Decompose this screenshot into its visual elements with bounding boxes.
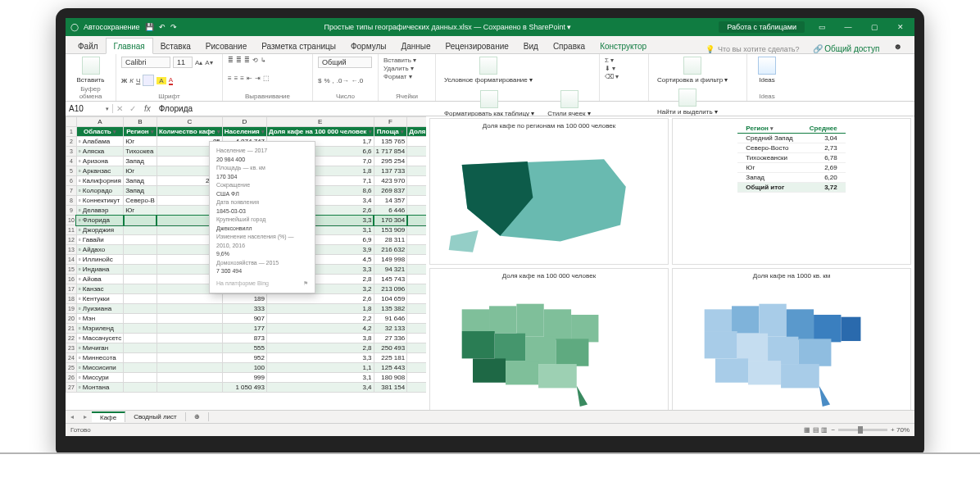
- fx-icon[interactable]: fx: [139, 104, 156, 113]
- view-layout-icon[interactable]: ▤: [813, 426, 819, 434]
- dec-decimal-icon[interactable]: ←.0: [351, 77, 363, 84]
- orientation-icon[interactable]: ⟲: [252, 57, 258, 64]
- format-cells-button[interactable]: Формат ▾: [383, 73, 430, 80]
- table-header-cell[interactable]: Доля кафе на 100 000 человек ▾: [266, 127, 374, 137]
- tab-draw[interactable]: Рисование: [198, 39, 254, 53]
- wrap-text-icon[interactable]: ↳: [261, 57, 266, 64]
- table-header-cell[interactable]: Площа ▾: [374, 127, 407, 137]
- pivot-row[interactable]: Тихоокеански6,78: [737, 153, 845, 163]
- zoom-slider[interactable]: [838, 429, 887, 431]
- pivot-row[interactable]: Северо-Восто2,73: [737, 143, 845, 153]
- tab-help[interactable]: Справка: [546, 39, 592, 53]
- tab-design[interactable]: Конструктор: [592, 39, 654, 53]
- decrease-font-icon[interactable]: A▾: [205, 59, 212, 66]
- table-row[interactable]: 23▫ Мичиган5552,8250 4931,13: [66, 343, 427, 353]
- ribbon-options-icon[interactable]: ▭: [813, 23, 831, 31]
- pivot-row[interactable]: Запад6,20: [737, 173, 845, 183]
- inc-decimal-icon[interactable]: .0→: [337, 77, 349, 84]
- save-icon[interactable]: 💾: [145, 23, 154, 31]
- table-row[interactable]: 18▫ Кентукки1892,6104 6591,11: [66, 294, 427, 304]
- sheet-nav-next-icon[interactable]: ▸: [79, 413, 92, 420]
- table-row[interactable]: 22▫ Массачусетс8733,827 3369,55: [66, 334, 427, 343]
- align-right-icon[interactable]: ≡: [240, 75, 244, 82]
- sheet-tab-cafe[interactable]: Кафе: [92, 411, 125, 422]
- redo-icon[interactable]: ↷: [170, 23, 177, 31]
- table-header-cell[interactable]: Населения ▾: [222, 127, 266, 137]
- comments-icon[interactable]: ☻: [886, 39, 910, 53]
- pivot-row[interactable]: Средний Запад3,04: [737, 134, 845, 143]
- sheet-nav-prev-icon[interactable]: ◂: [66, 413, 79, 420]
- percent-icon[interactable]: %: [324, 77, 329, 84]
- tab-home[interactable]: Главная: [106, 38, 153, 54]
- table-header-cell[interactable]: Область ▾: [76, 127, 123, 137]
- tab-pagelayout[interactable]: Разметка страницы: [254, 39, 343, 53]
- bold-button[interactable]: Ж: [121, 77, 127, 84]
- col-header[interactable]: A: [76, 117, 123, 127]
- underline-button[interactable]: Ч: [136, 77, 140, 84]
- chart-map-per-100k[interactable]: Доля кафе на 100 000 человек: [429, 268, 669, 410]
- tell-me-search[interactable]: 💡Что вы хотите сделать?: [699, 45, 806, 53]
- name-box[interactable]: A10▾: [66, 104, 113, 113]
- table-row[interactable]: 19▫ Луизиана3331,8135 3820,62: [66, 304, 427, 314]
- enter-formula-icon[interactable]: ✓: [126, 104, 139, 113]
- italic-button[interactable]: К: [129, 77, 134, 84]
- clear-icon[interactable]: ⌫ ▾: [605, 73, 619, 80]
- indent-dec-icon[interactable]: ⇤: [247, 75, 252, 82]
- table-header-cell[interactable]: Количество кафе ▾: [157, 127, 222, 137]
- table-header-cell[interactable]: Регион ▾: [124, 127, 157, 137]
- context-tab-tabletools[interactable]: Работа с таблицами: [719, 21, 805, 33]
- font-name-select[interactable]: Calibri: [121, 57, 170, 68]
- zoom-out-button[interactable]: −: [831, 426, 835, 434]
- col-header[interactable]: D: [222, 117, 266, 127]
- sort-filter-button[interactable]: Сортировка и фильтр ▾: [654, 57, 731, 84]
- indent-inc-icon[interactable]: ⇥: [255, 75, 261, 82]
- view-normal-icon[interactable]: ▦: [804, 426, 810, 434]
- fill-color-icon[interactable]: A: [157, 77, 166, 84]
- col-header[interactable]: G: [407, 117, 426, 127]
- currency-icon[interactable]: $: [318, 77, 321, 84]
- align-top-icon[interactable]: ≣: [228, 57, 234, 64]
- align-center-icon[interactable]: ≡: [234, 75, 238, 82]
- table-row[interactable]: 26▫ Миссури9993,1180 9081,04: [66, 373, 427, 383]
- border-icon[interactable]: [143, 75, 154, 86]
- sheet-tab-pivot[interactable]: Сводный лист: [125, 412, 186, 421]
- font-size-select[interactable]: 11: [173, 57, 193, 68]
- comma-icon[interactable]: ,: [333, 77, 334, 84]
- insert-cells-button[interactable]: Вставить ▾: [383, 57, 430, 64]
- ideas-button[interactable]: Ideas: [752, 57, 782, 84]
- pivot-row[interactable]: Юг2,69: [737, 163, 845, 173]
- formula-input[interactable]: Флорида: [156, 104, 914, 113]
- table-row[interactable]: 25▫ Миссисипи1001,1125 4430,26: [66, 363, 427, 373]
- view-pagebreak-icon[interactable]: ▥: [821, 426, 828, 434]
- increase-font-icon[interactable]: A▴: [195, 59, 202, 66]
- col-header[interactable]: F: [374, 117, 407, 127]
- table-row[interactable]: 24▫ Миннесота9523,3225 1810,82: [66, 353, 427, 363]
- conditional-formatting-button[interactable]: Условное форматирование ▾: [441, 57, 536, 84]
- minimize-icon[interactable]: —: [839, 23, 857, 31]
- maximize-icon[interactable]: ▢: [865, 23, 883, 31]
- autosum-icon[interactable]: Σ ▾: [605, 57, 614, 64]
- chart-map-per-1000km[interactable]: Доля кафе на 1000 кв. км: [672, 268, 911, 410]
- col-header[interactable]: E: [266, 117, 374, 127]
- close-icon[interactable]: ✕: [892, 23, 910, 31]
- new-sheet-button[interactable]: ⊕: [186, 412, 209, 421]
- table-header-cell[interactable]: Доля кафе на 1000 кв. км ▾: [407, 127, 426, 137]
- table-row[interactable]: 20▫ Мэн9072,291 6460,33: [66, 314, 427, 324]
- flag-icon[interactable]: ⚑: [303, 280, 308, 289]
- tab-view[interactable]: Вид: [516, 39, 546, 53]
- table-row[interactable]: 27▫ Монтана1 050 4933,4381 1540,09: [66, 383, 427, 393]
- cancel-formula-icon[interactable]: ✕: [113, 104, 126, 113]
- font-color-icon[interactable]: A: [169, 76, 173, 85]
- table-row[interactable]: 21▫ Мэриленд1774,232 1338,00: [66, 324, 427, 334]
- autosave-toggle[interactable]: ◯: [70, 23, 79, 31]
- col-header[interactable]: B: [124, 117, 157, 127]
- delete-cells-button[interactable]: Удалить ▾: [383, 65, 430, 72]
- chart-map-regions[interactable]: Доля кафе по регионам на 100 000 человек: [429, 118, 669, 265]
- tab-file[interactable]: Файл: [70, 39, 106, 53]
- align-bot-icon[interactable]: ≣: [244, 57, 250, 64]
- undo-icon[interactable]: ↶: [159, 23, 166, 31]
- merge-icon[interactable]: ⬚: [263, 75, 270, 82]
- col-header[interactable]: C: [157, 117, 222, 127]
- paste-button[interactable]: Вставить: [70, 57, 111, 84]
- tab-data[interactable]: Данные: [393, 39, 438, 53]
